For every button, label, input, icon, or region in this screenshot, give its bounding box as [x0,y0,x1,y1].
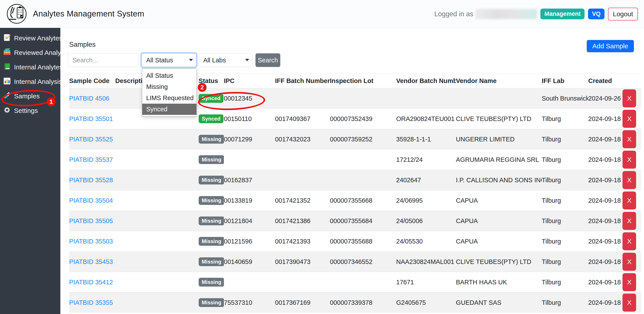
cell-vendor-batch-number: G2405675 [396,292,456,313]
cell-actions: X [622,272,641,292]
delete-sample-button[interactable]: X [622,212,636,230]
cell-actions: X [622,211,641,231]
sample-code-link[interactable]: PIATBID 35453 [69,258,113,265]
delete-sample-button[interactable]: X [622,130,636,148]
sample-code-link[interactable]: PIATBID 35528 [69,176,113,184]
delete-sample-button[interactable]: X [622,294,636,312]
delete-sample-button[interactable]: X [622,171,636,189]
brand: Analytes Management System [0,3,144,24]
sidebar-item-internal-analytes[interactable]: Internal Analytes [0,60,60,74]
cell-vendor-batch-number [396,88,456,109]
cell-actions: X [622,150,641,170]
delete-sample-button[interactable]: X [622,273,636,291]
column-header-vendor-batch-number: Vendor Batch Number [396,74,456,88]
cell-vendor-name: CAPUA [456,231,542,252]
delete-sample-button[interactable]: X [622,110,636,128]
cell-actions: X [622,109,641,129]
cell-inspection-lot: 000007346552 [330,252,396,272]
cell-iff-lab: Tilburg [542,292,588,313]
cell-created: 2024-09-26 [588,88,622,109]
cell-actions: X [622,252,641,272]
cell-vendor-batch-number: 24/06995 [396,190,456,211]
status-option-all-status[interactable]: All Status [142,70,196,81]
sidebar-item-samples[interactable]: Samples [0,89,60,104]
cell-iff-lab: Tilburg [542,272,588,292]
sidebar-item-internal-analysis[interactable]: Internal Analysis [0,74,60,89]
sample-code-link[interactable]: PIATBID 35505 [69,218,113,224]
app-logo-icon [6,3,27,24]
cell-sample-code: PIATBID 35503 [69,231,115,252]
delete-sample-button[interactable]: X [622,89,636,107]
cell-iff-lab: South Brunswick [542,88,588,109]
cell-created: 2024-09-18 [588,190,622,211]
column-header-actions [622,74,641,88]
labs-filter-select[interactable]: All Labs [199,53,252,67]
cell-description [115,211,199,231]
cell-status: Missing [199,170,224,190]
sample-code-link[interactable]: PIATBID 4506 [69,95,109,102]
cell-iff-batch-number: 0017409367 [275,109,330,129]
cell-description [115,252,199,272]
cell-vendor-batch-number: 24/05006 [396,211,456,231]
delete-sample-button[interactable]: X [622,192,636,210]
add-sample-button[interactable]: Add Sample [587,40,634,52]
sample-code-link[interactable]: PIATBID 35412 [69,279,113,286]
cell-sample-code: PIATBID 4506 [69,88,115,109]
redacted-username [476,9,537,19]
cell-sample-code: PIATBID 35537 [69,150,115,170]
cell-inspection-lot [330,170,396,190]
table-row: PIATBID 35412Missing17671BARTH HAAS UKTi… [69,272,641,292]
status-dropdown-menu: All StatusMissingLIMS RequestedSynced [142,68,197,116]
delete-sample-button[interactable]: X [622,232,636,250]
table-row: PIATBID 35453Missing00140659001739047300… [69,252,641,272]
sample-code-link[interactable]: PIATBID 35504 [69,197,113,204]
logout-button[interactable]: Logout [608,8,638,20]
cell-created: 2024-09-18 [588,292,622,313]
cell-description [115,272,199,292]
column-header-created: Created [588,74,622,88]
status-badge: Missing [199,278,224,286]
cell-actions: X [622,170,641,190]
cell-ipc: 00133819 [224,190,275,211]
delete-sample-button[interactable]: X [622,151,636,169]
search-button[interactable]: Search [256,53,280,67]
app-header: Analytes Management System Logged in as … [0,0,644,28]
sample-code-link[interactable]: PIATBID 35501 [69,115,113,122]
sample-code-link[interactable]: PIATBID 35525 [69,136,113,143]
sample-code-link[interactable]: PIATBID 35503 [69,238,113,245]
cell-vendor-name: CLIVE TEUBES(PTY) LTD [456,252,542,272]
cell-iff-batch-number: 0017421393 [275,231,330,252]
gear-icon [3,106,11,116]
status-option-missing[interactable]: Missing [142,81,196,92]
management-role-badge: Management [540,8,584,19]
cell-sample-code: PIATBID 35412 [69,272,115,292]
cell-description [115,231,199,252]
cell-status: Missing [199,190,224,211]
status-filter-select[interactable]: All Status [142,53,196,67]
cell-description [115,129,199,150]
cell-inspection-lot: 000007355668 [330,190,396,211]
sidebar-item-review-analytes[interactable]: Review Analytes [0,31,60,46]
sample-code-link[interactable]: PIATBID 35355 [69,299,113,306]
cell-vendor-batch-number: 2402647 [396,170,456,190]
sidebar-item-label: Internal Analytes [14,64,63,71]
sidebar-item-reviewed-analytes[interactable]: Reviewed Analytes [0,46,60,60]
cell-created: 2024-09-18 [588,272,622,292]
cell-ipc: 00012345 [224,88,275,109]
status-badge: Missing [199,196,224,205]
search-input[interactable] [68,53,138,67]
cell-created: 2024-09-18 [588,109,622,129]
cell-ipc: 00150110 [224,109,275,129]
sample-code-link[interactable]: PIATBID 35537 [69,156,113,163]
books-icon [3,48,11,58]
status-option-synced[interactable]: Synced [142,104,196,115]
cell-ipc: 00071299 [224,129,275,150]
sidebar-item-settings[interactable]: Settings [0,104,60,118]
status-badge: Missing [199,237,224,246]
status-option-lims-requested[interactable]: LIMS Requested [142,92,196,104]
cell-sample-code: PIATBID 35528 [69,170,115,190]
delete-sample-button[interactable]: X [622,253,636,271]
cell-created: 2024-09-18 [588,252,622,272]
cell-inspection-lot [330,150,396,170]
cell-ipc [224,272,275,292]
